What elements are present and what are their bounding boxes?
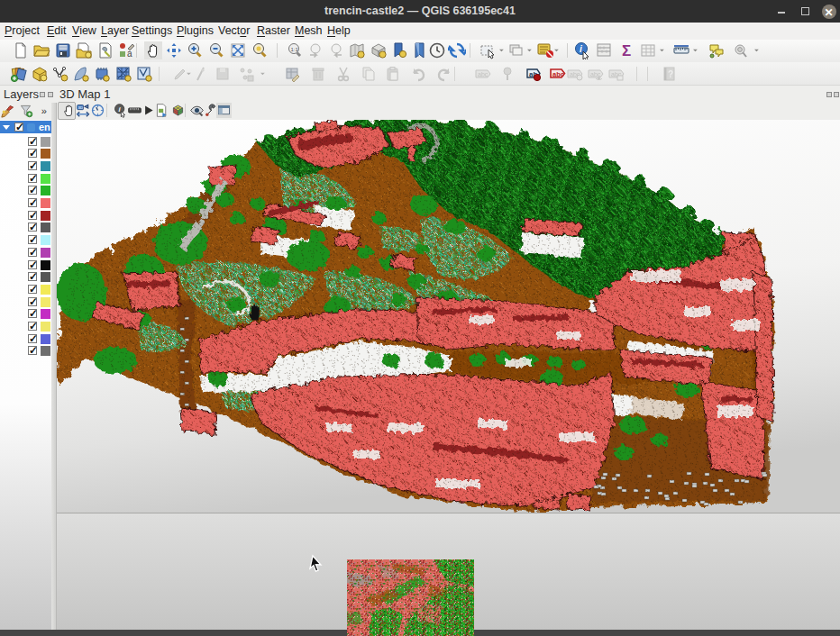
svg-text:»: » [41,105,47,116]
svg-text:abc: abc [478,71,488,77]
svg-text:3D: 3D [78,105,83,110]
svg-text:abc: abc [590,71,601,77]
svg-text:i: i [580,44,582,54]
svg-text:abc: abc [552,70,564,78]
svg-text:Σ: Σ [622,42,631,59]
svg-text:1:1: 1:1 [291,47,299,52]
svg-text:?: ? [668,69,673,79]
